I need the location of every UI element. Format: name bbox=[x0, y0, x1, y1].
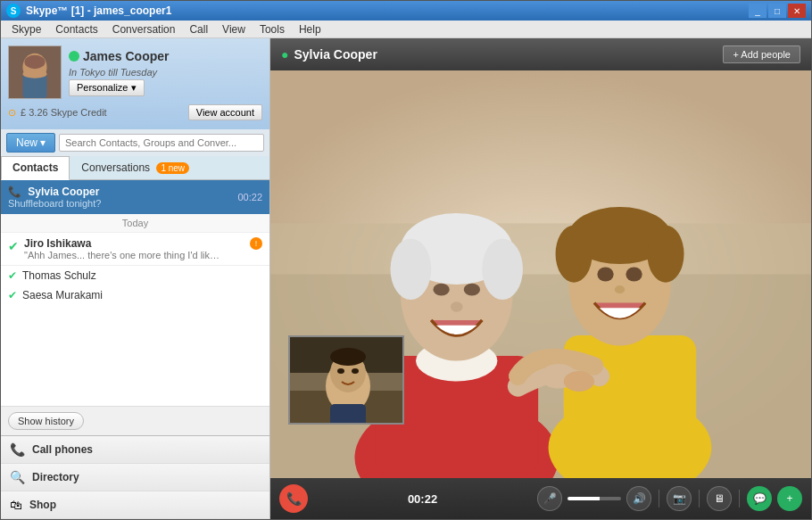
menubar: Skype Contacts Conversation Call View To… bbox=[1, 21, 811, 38]
add-people-button[interactable]: + Add people bbox=[723, 45, 800, 63]
camera-button[interactable]: 📷 bbox=[667, 486, 692, 511]
menu-tools[interactable]: Tools bbox=[253, 21, 292, 37]
shop-label: Shop bbox=[29, 499, 56, 511]
user-info: James Cooper In Tokyo till Tuesday Perso… bbox=[69, 49, 262, 96]
bottom-nav: 📞 Call phones 🔍 Directory 🛍 Shop bbox=[1, 435, 269, 519]
left-panel: James Cooper In Tokyo till Tuesday Perso… bbox=[1, 38, 270, 519]
menu-skype[interactable]: Skype bbox=[4, 21, 48, 37]
svg-point-16 bbox=[433, 284, 449, 296]
svg-point-24 bbox=[647, 226, 684, 283]
list-item[interactable]: ✔ Jiro Ishikawa "Ahh James... there's on… bbox=[1, 233, 269, 266]
screen-share-button[interactable]: 🖥 bbox=[707, 486, 732, 511]
video-contact-name: ● Sylvia Cooper bbox=[281, 47, 377, 62]
directory-icon: 🔍 bbox=[10, 470, 25, 484]
svg-point-18 bbox=[451, 301, 463, 311]
end-call-button[interactable]: 📞 bbox=[279, 484, 308, 513]
self-view-svg bbox=[290, 337, 404, 425]
today-header: Today bbox=[1, 214, 269, 233]
tab-contacts[interactable]: Contacts bbox=[1, 156, 70, 180]
nav-shop[interactable]: 🛍 Shop bbox=[1, 491, 269, 519]
list-item[interactable]: ✔ Saesa Murakami bbox=[1, 285, 269, 305]
separator bbox=[699, 490, 700, 508]
menu-contacts[interactable]: Contacts bbox=[48, 21, 104, 37]
directory-label: Directory bbox=[32, 471, 79, 483]
list-item[interactable]: ✔ Thomas Schulz bbox=[1, 266, 269, 285]
conv-preview: Shuffleboard tonight? bbox=[8, 198, 101, 209]
new-search-row: New ▾ bbox=[1, 129, 269, 156]
end-call-icon: 📞 bbox=[286, 491, 302, 506]
user-name-row: James Cooper bbox=[69, 49, 262, 63]
contact-status-icon: ✔ bbox=[8, 289, 17, 301]
menu-help[interactable]: Help bbox=[292, 21, 328, 37]
menu-view[interactable]: View bbox=[215, 21, 253, 37]
svg-point-15 bbox=[482, 239, 523, 301]
svg-point-26 bbox=[626, 268, 642, 282]
svg-point-29 bbox=[564, 371, 594, 392]
svg-rect-34 bbox=[330, 404, 366, 425]
microphone-icon: 🎤 bbox=[543, 492, 557, 505]
contact-status-icon: ✔ bbox=[8, 239, 19, 253]
volume-slider[interactable] bbox=[568, 497, 621, 500]
view-account-button[interactable]: View account bbox=[188, 104, 262, 120]
phone-icon: 📞 bbox=[8, 186, 21, 198]
maximize-button[interactable]: □ bbox=[768, 4, 786, 18]
menu-call[interactable]: Call bbox=[182, 21, 215, 37]
tab-conversations[interactable]: Conversations 1 new bbox=[70, 156, 201, 179]
menu-conversation[interactable]: Conversation bbox=[105, 21, 183, 37]
conv-item-name: Jiro Ishikawa bbox=[24, 237, 244, 250]
skype-logo: S bbox=[6, 4, 21, 18]
right-panel: ● Sylvia Cooper + Add people bbox=[270, 38, 811, 519]
personalize-button[interactable]: Personalize ▾ bbox=[69, 79, 145, 96]
svg-point-25 bbox=[597, 268, 613, 282]
chat-button[interactable]: 💬 bbox=[747, 486, 772, 511]
conversations-badge: 1 new bbox=[156, 162, 189, 174]
svg-point-14 bbox=[390, 239, 431, 301]
titlebar: S Skype™ [1] - james_cooper1 _ □ ✕ bbox=[1, 1, 811, 21]
svg-point-17 bbox=[464, 284, 480, 296]
conv-contact-name: Sylvia Cooper bbox=[28, 186, 99, 198]
avatar-image bbox=[9, 46, 61, 98]
new-button-label: New bbox=[16, 136, 37, 149]
add-icon: + bbox=[786, 492, 792, 505]
call-timer: 00:22 bbox=[313, 492, 532, 506]
self-view bbox=[288, 335, 404, 425]
user-status-text: In Tokyo till Tuesday bbox=[69, 67, 262, 78]
credit-info: ⊙ £ 3.26 Skype Credit bbox=[8, 107, 107, 119]
avatar-svg bbox=[9, 45, 61, 99]
contact-name: Saesa Murakami bbox=[22, 289, 103, 301]
contact-name: Thomas Schulz bbox=[22, 269, 96, 282]
call-phones-icon: 📞 bbox=[10, 442, 25, 457]
tabs: Contacts Conversations 1 new bbox=[1, 156, 269, 180]
svg-point-37 bbox=[337, 368, 344, 374]
user-name: James Cooper bbox=[83, 49, 169, 63]
volume-icon: 🔊 bbox=[633, 492, 646, 505]
user-profile: James Cooper In Tokyo till Tuesday Perso… bbox=[1, 38, 269, 129]
volume-button[interactable]: 🔊 bbox=[626, 486, 651, 511]
new-button[interactable]: New ▾ bbox=[6, 133, 55, 153]
microphone-button[interactable]: 🎤 bbox=[537, 486, 562, 511]
show-history-button[interactable]: Show history bbox=[8, 412, 84, 430]
conversations-list: 📞 Sylvia Cooper Shuffleboard tonight? 00… bbox=[1, 180, 269, 406]
shop-icon: 🛍 bbox=[10, 498, 22, 512]
video-status-icon: ● bbox=[281, 47, 288, 62]
conv-time: 00:22 bbox=[237, 192, 262, 202]
credit-icon: ⊙ bbox=[8, 107, 16, 118]
main-content: James Cooper In Tokyo till Tuesday Perso… bbox=[1, 38, 811, 519]
svg-point-23 bbox=[556, 226, 592, 283]
separator bbox=[659, 490, 659, 508]
minimize-button[interactable]: _ bbox=[749, 4, 766, 18]
main-video bbox=[270, 70, 811, 478]
chat-icon: 💬 bbox=[753, 492, 766, 505]
nav-call-phones[interactable]: 📞 Call phones bbox=[1, 436, 269, 464]
active-conversation-item[interactable]: 📞 Sylvia Cooper Shuffleboard tonight? 00… bbox=[1, 180, 269, 214]
close-button[interactable]: ✕ bbox=[788, 4, 806, 18]
conv-item-info: Jiro Ishikawa "Ahh James... there's one … bbox=[24, 237, 244, 260]
window-title: Skype™ [1] - james_cooper1 bbox=[26, 4, 171, 17]
view-account-row: ⊙ £ 3.26 Skype Credit View account bbox=[8, 103, 262, 122]
status-indicator bbox=[69, 51, 79, 62]
search-input[interactable] bbox=[59, 134, 264, 152]
credit-amount: £ 3.26 Skype Credit bbox=[21, 107, 107, 118]
nav-directory[interactable]: 🔍 Directory bbox=[1, 464, 269, 491]
call-phones-label: Call phones bbox=[32, 443, 93, 456]
add-contact-button[interactable]: + bbox=[777, 486, 802, 511]
